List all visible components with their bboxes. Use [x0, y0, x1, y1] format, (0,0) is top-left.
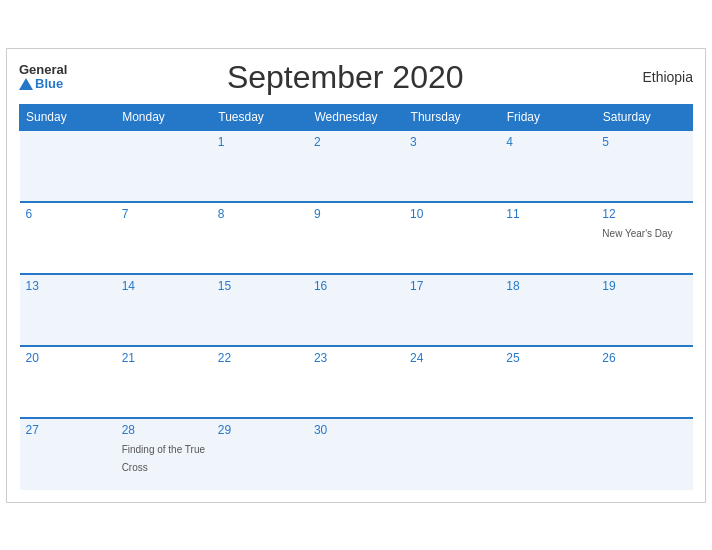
- calendar-title: September 2020: [67, 59, 623, 96]
- calendar-cell: 11: [500, 202, 596, 274]
- day-number: 12: [602, 207, 686, 221]
- weekday-header-wednesday: Wednesday: [308, 104, 404, 130]
- logo-general: General: [19, 63, 67, 77]
- calendar-cell: 4: [500, 130, 596, 202]
- day-number: 1: [218, 135, 302, 149]
- day-number: 3: [410, 135, 494, 149]
- calendar-cell: 26: [596, 346, 692, 418]
- calendar-cell: 12New Year's Day: [596, 202, 692, 274]
- calendar-cell: 14: [116, 274, 212, 346]
- calendar-cell: 9: [308, 202, 404, 274]
- day-number: 23: [314, 351, 398, 365]
- day-number: 22: [218, 351, 302, 365]
- country-label: Ethiopia: [623, 69, 693, 85]
- day-number: 25: [506, 351, 590, 365]
- calendar-cell: [116, 130, 212, 202]
- week-row-4: 2728Finding of the True Cross2930: [20, 418, 693, 490]
- day-number: 18: [506, 279, 590, 293]
- day-number: 2: [314, 135, 398, 149]
- calendar-cell: 10: [404, 202, 500, 274]
- calendar-cell: 22: [212, 346, 308, 418]
- day-number: 20: [26, 351, 110, 365]
- day-number: 5: [602, 135, 686, 149]
- calendar-cell: 23: [308, 346, 404, 418]
- day-number: 10: [410, 207, 494, 221]
- day-number: 26: [602, 351, 686, 365]
- calendar-grid: SundayMondayTuesdayWednesdayThursdayFrid…: [19, 104, 693, 490]
- calendar-cell: 27: [20, 418, 116, 490]
- calendar-cell: 15: [212, 274, 308, 346]
- weekday-header-row: SundayMondayTuesdayWednesdayThursdayFrid…: [20, 104, 693, 130]
- calendar-cell: 5: [596, 130, 692, 202]
- weekday-header-friday: Friday: [500, 104, 596, 130]
- weekday-header-tuesday: Tuesday: [212, 104, 308, 130]
- day-number: 29: [218, 423, 302, 437]
- calendar-cell: 2: [308, 130, 404, 202]
- weekday-header-saturday: Saturday: [596, 104, 692, 130]
- day-number: 30: [314, 423, 398, 437]
- calendar-cell: [20, 130, 116, 202]
- calendar-cell: 3: [404, 130, 500, 202]
- calendar-cell: 28Finding of the True Cross: [116, 418, 212, 490]
- day-number: 24: [410, 351, 494, 365]
- calendar-cell: [404, 418, 500, 490]
- week-row-2: 13141516171819: [20, 274, 693, 346]
- week-row-1: 6789101112New Year's Day: [20, 202, 693, 274]
- calendar-cell: 19: [596, 274, 692, 346]
- day-number: 15: [218, 279, 302, 293]
- day-number: 16: [314, 279, 398, 293]
- calendar-cell: 7: [116, 202, 212, 274]
- calendar-cell: 8: [212, 202, 308, 274]
- day-event: New Year's Day: [602, 228, 672, 239]
- day-number: 19: [602, 279, 686, 293]
- weekday-header-thursday: Thursday: [404, 104, 500, 130]
- day-number: 9: [314, 207, 398, 221]
- day-number: 27: [26, 423, 110, 437]
- calendar-cell: 1: [212, 130, 308, 202]
- calendar-cell: 24: [404, 346, 500, 418]
- calendar-header: General Blue September 2020 Ethiopia: [19, 59, 693, 96]
- day-number: 14: [122, 279, 206, 293]
- day-number: 11: [506, 207, 590, 221]
- calendar-container: General Blue September 2020 Ethiopia Sun…: [6, 48, 706, 503]
- logo-area: General Blue: [19, 63, 67, 92]
- day-number: 8: [218, 207, 302, 221]
- day-number: 28: [122, 423, 206, 437]
- day-number: 6: [26, 207, 110, 221]
- calendar-cell: [500, 418, 596, 490]
- calendar-cell: 16: [308, 274, 404, 346]
- calendar-cell: [596, 418, 692, 490]
- weekday-header-sunday: Sunday: [20, 104, 116, 130]
- calendar-cell: 13: [20, 274, 116, 346]
- calendar-cell: 30: [308, 418, 404, 490]
- calendar-cell: 25: [500, 346, 596, 418]
- calendar-cell: 21: [116, 346, 212, 418]
- calendar-cell: 29: [212, 418, 308, 490]
- day-event: Finding of the True Cross: [122, 444, 205, 473]
- calendar-cell: 18: [500, 274, 596, 346]
- day-number: 13: [26, 279, 110, 293]
- day-number: 21: [122, 351, 206, 365]
- day-number: 17: [410, 279, 494, 293]
- day-number: 4: [506, 135, 590, 149]
- calendar-cell: 6: [20, 202, 116, 274]
- calendar-cell: 17: [404, 274, 500, 346]
- logo-triangle-icon: [19, 78, 33, 90]
- week-row-0: 12345: [20, 130, 693, 202]
- logo-blue: Blue: [19, 77, 67, 91]
- day-number: 7: [122, 207, 206, 221]
- weekday-header-monday: Monday: [116, 104, 212, 130]
- calendar-cell: 20: [20, 346, 116, 418]
- week-row-3: 20212223242526: [20, 346, 693, 418]
